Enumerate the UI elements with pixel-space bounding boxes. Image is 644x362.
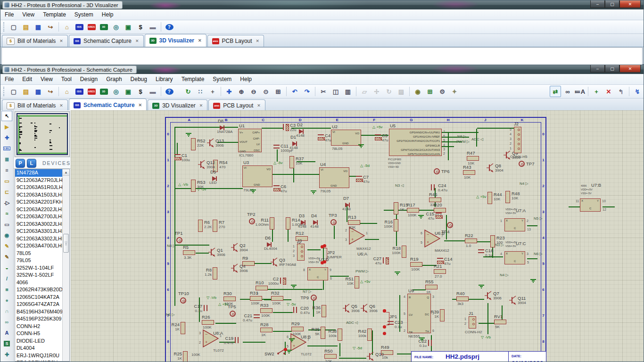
device-item[interactable]: 78L05 — [15, 250, 69, 257]
device-item[interactable]: 3252W-1-104LF — [15, 264, 69, 272]
resistor-R43[interactable] — [463, 170, 475, 175]
bus-mode-icon[interactable]: ≡ — [1, 165, 12, 175]
pick-parts-icon[interactable]: ◉ — [412, 86, 423, 97]
menu-graph[interactable]: Graph — [102, 75, 126, 83]
isis-schematic-icon[interactable]: ISIS — [74, 21, 85, 33]
tab-3d-visualizer[interactable]: 3D3D Visualizer✕ — [148, 99, 207, 111]
scroll-up-icon[interactable]: ▲ — [63, 169, 69, 176]
menu-debug[interactable]: Debug — [126, 75, 151, 83]
device-item[interactable]: 9C12063A3302JLHF — [15, 235, 69, 243]
transistor-Q11[interactable] — [509, 296, 517, 307]
resistor-R24[interactable] — [181, 322, 185, 334]
device-item[interactable]: ERJ-1WRQJ1R0U — [15, 352, 69, 360]
save-project-icon[interactable]: ▦ — [33, 86, 44, 97]
resistor-R23[interactable] — [490, 235, 495, 247]
scroll-thumb[interactable] — [63, 234, 69, 253]
remove-sheet-icon[interactable]: ✕ — [603, 86, 614, 97]
tab-bill-of-materials[interactable]: $Bill of Materials✕ — [2, 35, 68, 47]
resistor-R45[interactable] — [429, 197, 441, 202]
resistor-R31[interactable] — [250, 296, 262, 301]
2d-arc-icon[interactable]: ∩ — [1, 306, 12, 316]
resistor-R51[interactable] — [355, 276, 359, 288]
design-explorer-icon[interactable]: ▣ — [123, 21, 134, 33]
transistor-Q5[interactable] — [343, 304, 350, 315]
voltage-probe-icon[interactable]: ✎ — [1, 241, 12, 251]
open-project-icon[interactable]: ▤ — [20, 21, 32, 33]
resistor-R5[interactable] — [183, 250, 195, 255]
resistor-R29[interactable] — [291, 327, 304, 331]
resistor-R14[interactable] — [286, 217, 290, 230]
bill-of-materials-icon[interactable]: $ — [135, 21, 146, 33]
menu-design[interactable]: Design — [76, 75, 102, 83]
origin-icon[interactable]: + — [207, 86, 218, 97]
zoom-out-icon[interactable]: ⊖ — [248, 86, 259, 97]
device-item[interactable]: 9C12063A27R0JLHF — [15, 177, 69, 184]
transistor-Q2[interactable] — [231, 243, 239, 254]
system-info-icon[interactable]: ▬ — [147, 21, 158, 33]
resistor-R44[interactable] — [487, 192, 492, 204]
save-project-icon[interactable]: ▦ — [33, 21, 44, 33]
maximize-button[interactable]: ▢ — [605, 65, 619, 73]
subcircuit-mode-icon[interactable]: ▭ — [1, 176, 12, 186]
isis-schematic-icon[interactable]: ISIS — [74, 86, 85, 97]
resistor-R50[interactable] — [324, 354, 337, 359]
menu-help[interactable]: Help — [236, 75, 256, 83]
resistor-R30[interactable] — [223, 296, 236, 301]
new-sheet-icon[interactable]: + — [591, 86, 602, 97]
packaging-tool-icon[interactable]: ⚙ — [437, 86, 448, 97]
close-button[interactable]: ✕ — [619, 0, 641, 8]
selection-pointer-icon[interactable]: ↖ — [1, 111, 12, 121]
device-item[interactable]: 9C12063A3301JLHF — [15, 228, 69, 235]
resistor-R18[interactable] — [402, 246, 406, 258]
device-item[interactable]: 12062R473K9B20D — [15, 286, 69, 294]
terminal-mode-icon[interactable]: ⊏ — [1, 187, 12, 197]
3d-viewer-content[interactable] — [1, 47, 643, 66]
menu-system[interactable]: System — [70, 10, 98, 19]
transistor-Q1[interactable] — [208, 247, 216, 259]
make-device-icon[interactable]: ⊞ — [424, 86, 436, 97]
tab-close-icon[interactable]: ✕ — [139, 103, 142, 107]
generator-mode-icon[interactable]: ◉ — [1, 230, 12, 240]
2d-line-icon[interactable]: / — [1, 273, 12, 284]
transistor-Q10[interactable] — [367, 352, 374, 362]
menu-file[interactable]: File — [0, 75, 18, 83]
gerber-viewer-icon[interactable]: ◎ — [110, 86, 122, 97]
device-item[interactable]: 9C12063A2202JLHF — [15, 206, 69, 214]
testpoint-TP6[interactable] — [434, 168, 440, 174]
tab-pcb-layout[interactable]: ARESPCB Layout✕ — [207, 35, 264, 47]
testpoint-TP2[interactable] — [249, 218, 255, 224]
device-item[interactable]: ERJ-8GEYJ1R0V — [15, 359, 69, 362]
testpoint-TP7[interactable] — [519, 161, 525, 167]
resistor-R8[interactable] — [213, 267, 217, 280]
electrical-rule-check-icon[interactable]: ↯ — [632, 86, 643, 97]
wire-label-icon[interactable]: LBL — [1, 143, 12, 154]
menu-help[interactable]: Help — [98, 10, 118, 19]
design-explorer-icon[interactable]: ▣ — [123, 86, 134, 97]
opamp-U6:A[interactable]: −+ — [349, 227, 365, 247]
device-item[interactable]: 9C12063A4700JLHF — [15, 242, 69, 250]
resistor-R11[interactable] — [270, 217, 274, 230]
testpoint-TP9[interactable] — [311, 295, 317, 301]
search-tag-icon[interactable]: ∞ — [562, 86, 573, 97]
resistor-RV1[interactable] — [494, 320, 506, 324]
testpoint-TP10[interactable] — [180, 297, 186, 304]
testpoint-TP1[interactable] — [176, 237, 182, 243]
device-item[interactable]: 79L05 — [15, 257, 69, 264]
import-project-icon[interactable]: ↪ — [45, 86, 56, 97]
3d-visualizer-icon[interactable]: 3D — [98, 86, 109, 97]
resistor-R20[interactable] — [434, 208, 446, 213]
device-item[interactable]: 9C12063A51R0JLHF — [15, 184, 69, 191]
wire-autorouter-icon[interactable]: ⇄ — [550, 86, 561, 97]
device-item[interactable]: 12065G474ZAT2A — [15, 301, 69, 308]
testpoint-TP3[interactable] — [330, 219, 337, 225]
resistor-R39[interactable] — [440, 309, 445, 321]
zoom-area-icon[interactable]: ⊞ — [272, 86, 284, 97]
resistor-R26[interactable] — [202, 320, 214, 325]
2d-symbol-icon[interactable]: S — [1, 338, 12, 349]
resistor-R6[interactable] — [198, 220, 203, 232]
resistor-R53[interactable] — [191, 180, 196, 192]
transistor-Q3[interactable] — [271, 257, 278, 269]
minimize-button[interactable]: – — [590, 65, 605, 73]
device-pin-icon[interactable]: -▷ — [1, 197, 12, 208]
library-button[interactable]: L — [27, 159, 36, 168]
